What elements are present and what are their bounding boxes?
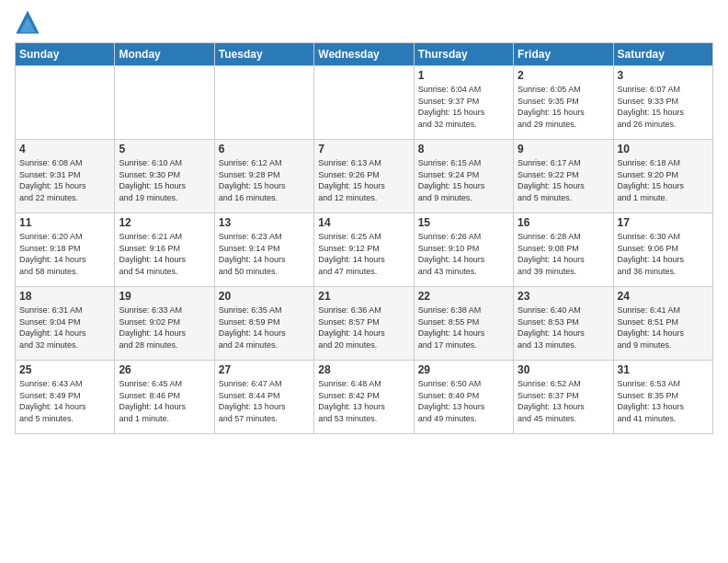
day-cell: 2Sunrise: 6:05 AM Sunset: 9:35 PM Daylig… (514, 66, 613, 140)
day-cell: 15Sunrise: 6:26 AM Sunset: 9:10 PM Dayli… (414, 213, 513, 287)
col-header-monday: Monday (115, 43, 214, 66)
day-cell: 30Sunrise: 6:52 AM Sunset: 8:37 PM Dayli… (514, 361, 613, 434)
day-number: 14 (318, 216, 409, 229)
day-number: 21 (318, 290, 409, 303)
day-number: 27 (219, 363, 310, 376)
day-cell: 29Sunrise: 6:50 AM Sunset: 8:40 PM Dayli… (414, 361, 513, 434)
day-number: 17 (618, 216, 709, 229)
week-row-1: 1Sunrise: 6:04 AM Sunset: 9:37 PM Daylig… (16, 66, 713, 140)
day-info: Sunrise: 6:52 AM Sunset: 8:37 PM Dayligh… (518, 378, 609, 424)
day-info: Sunrise: 6:13 AM Sunset: 9:26 PM Dayligh… (318, 157, 409, 203)
day-number: 25 (19, 363, 110, 376)
day-cell: 28Sunrise: 6:48 AM Sunset: 8:42 PM Dayli… (314, 361, 414, 434)
day-number: 6 (219, 143, 310, 155)
day-cell: 13Sunrise: 6:23 AM Sunset: 9:14 PM Dayli… (214, 213, 313, 287)
day-info: Sunrise: 6:04 AM Sunset: 9:37 PM Dayligh… (418, 84, 509, 130)
day-cell: 6Sunrise: 6:12 AM Sunset: 9:28 PM Daylig… (214, 140, 313, 213)
day-number: 30 (518, 363, 609, 376)
day-info: Sunrise: 6:07 AM Sunset: 9:33 PM Dayligh… (618, 84, 709, 130)
day-cell: 20Sunrise: 6:35 AM Sunset: 8:59 PM Dayli… (214, 287, 313, 361)
day-info: Sunrise: 6:33 AM Sunset: 9:02 PM Dayligh… (119, 304, 210, 350)
day-info: Sunrise: 6:45 AM Sunset: 8:46 PM Dayligh… (119, 378, 210, 424)
day-number: 11 (19, 216, 110, 229)
day-info: Sunrise: 6:21 AM Sunset: 9:16 PM Dayligh… (119, 231, 210, 277)
week-row-3: 11Sunrise: 6:20 AM Sunset: 9:18 PM Dayli… (16, 213, 713, 287)
day-cell: 7Sunrise: 6:13 AM Sunset: 9:26 PM Daylig… (314, 140, 414, 213)
day-number: 19 (119, 290, 210, 303)
day-info: Sunrise: 6:25 AM Sunset: 9:12 PM Dayligh… (318, 231, 409, 277)
day-cell: 16Sunrise: 6:28 AM Sunset: 9:08 PM Dayli… (514, 213, 613, 287)
day-cell (214, 66, 313, 140)
day-number: 29 (418, 363, 509, 376)
day-info: Sunrise: 6:17 AM Sunset: 9:22 PM Dayligh… (518, 157, 609, 203)
day-number: 2 (518, 69, 609, 82)
day-cell: 12Sunrise: 6:21 AM Sunset: 9:16 PM Dayli… (115, 213, 214, 287)
day-number: 7 (318, 143, 409, 155)
day-number: 20 (219, 290, 310, 303)
day-info: Sunrise: 6:10 AM Sunset: 9:30 PM Dayligh… (119, 157, 210, 203)
day-cell: 21Sunrise: 6:36 AM Sunset: 8:57 PM Dayli… (314, 287, 414, 361)
day-cell: 24Sunrise: 6:41 AM Sunset: 8:51 PM Dayli… (613, 287, 712, 361)
day-cell: 17Sunrise: 6:30 AM Sunset: 9:06 PM Dayli… (613, 213, 712, 287)
day-number: 5 (119, 143, 210, 155)
day-cell: 3Sunrise: 6:07 AM Sunset: 9:33 PM Daylig… (613, 66, 712, 140)
day-cell (16, 66, 115, 140)
day-info: Sunrise: 6:26 AM Sunset: 9:10 PM Dayligh… (418, 231, 509, 277)
day-info: Sunrise: 6:05 AM Sunset: 9:35 PM Dayligh… (518, 84, 609, 130)
day-cell: 4Sunrise: 6:08 AM Sunset: 9:31 PM Daylig… (16, 140, 115, 213)
day-info: Sunrise: 6:18 AM Sunset: 9:20 PM Dayligh… (618, 157, 709, 203)
day-cell: 23Sunrise: 6:40 AM Sunset: 8:53 PM Dayli… (514, 287, 613, 361)
logo-icon (15, 9, 40, 35)
day-cell: 19Sunrise: 6:33 AM Sunset: 9:02 PM Dayli… (115, 287, 214, 361)
day-info: Sunrise: 6:36 AM Sunset: 8:57 PM Dayligh… (318, 304, 409, 350)
day-cell: 8Sunrise: 6:15 AM Sunset: 9:24 PM Daylig… (414, 140, 513, 213)
week-row-4: 18Sunrise: 6:31 AM Sunset: 9:04 PM Dayli… (16, 287, 713, 361)
calendar-table: SundayMondayTuesdayWednesdayThursdayFrid… (15, 42, 713, 434)
col-header-tuesday: Tuesday (214, 43, 313, 66)
day-number: 31 (618, 363, 709, 376)
day-info: Sunrise: 6:43 AM Sunset: 8:49 PM Dayligh… (19, 378, 110, 424)
col-header-saturday: Saturday (613, 43, 712, 66)
day-number: 12 (119, 216, 210, 229)
day-number: 10 (618, 143, 709, 155)
col-header-sunday: Sunday (16, 43, 115, 66)
day-info: Sunrise: 6:41 AM Sunset: 8:51 PM Dayligh… (618, 304, 709, 350)
col-header-wednesday: Wednesday (314, 43, 414, 66)
day-info: Sunrise: 6:48 AM Sunset: 8:42 PM Dayligh… (318, 378, 409, 424)
day-number: 18 (19, 290, 110, 303)
day-number: 3 (618, 69, 709, 82)
day-number: 8 (418, 143, 509, 155)
logo (15, 9, 44, 35)
day-info: Sunrise: 6:31 AM Sunset: 9:04 PM Dayligh… (19, 304, 110, 350)
day-info: Sunrise: 6:30 AM Sunset: 9:06 PM Dayligh… (618, 231, 709, 277)
day-info: Sunrise: 6:08 AM Sunset: 9:31 PM Dayligh… (19, 157, 110, 203)
day-number: 1 (418, 69, 509, 82)
day-info: Sunrise: 6:47 AM Sunset: 8:44 PM Dayligh… (219, 378, 310, 424)
col-header-friday: Friday (514, 43, 613, 66)
day-info: Sunrise: 6:12 AM Sunset: 9:28 PM Dayligh… (219, 157, 310, 203)
day-number: 24 (618, 290, 709, 303)
day-cell: 18Sunrise: 6:31 AM Sunset: 9:04 PM Dayli… (16, 287, 115, 361)
header (15, 9, 713, 35)
day-info: Sunrise: 6:20 AM Sunset: 9:18 PM Dayligh… (19, 231, 110, 277)
page: SundayMondayTuesdayWednesdayThursdayFrid… (0, 0, 728, 443)
day-info: Sunrise: 6:40 AM Sunset: 8:53 PM Dayligh… (518, 304, 609, 350)
day-cell (314, 66, 414, 140)
day-number: 26 (119, 363, 210, 376)
day-info: Sunrise: 6:23 AM Sunset: 9:14 PM Dayligh… (219, 231, 310, 277)
day-number: 13 (219, 216, 310, 229)
day-cell (115, 66, 214, 140)
day-info: Sunrise: 6:35 AM Sunset: 8:59 PM Dayligh… (219, 304, 310, 350)
week-row-5: 25Sunrise: 6:43 AM Sunset: 8:49 PM Dayli… (16, 361, 713, 434)
header-row: SundayMondayTuesdayWednesdayThursdayFrid… (16, 43, 713, 66)
day-number: 9 (518, 143, 609, 155)
day-cell: 25Sunrise: 6:43 AM Sunset: 8:49 PM Dayli… (16, 361, 115, 434)
day-cell: 26Sunrise: 6:45 AM Sunset: 8:46 PM Dayli… (115, 361, 214, 434)
day-number: 23 (518, 290, 609, 303)
day-info: Sunrise: 6:53 AM Sunset: 8:35 PM Dayligh… (618, 378, 709, 424)
day-info: Sunrise: 6:15 AM Sunset: 9:24 PM Dayligh… (418, 157, 509, 203)
day-number: 15 (418, 216, 509, 229)
day-cell: 10Sunrise: 6:18 AM Sunset: 9:20 PM Dayli… (613, 140, 712, 213)
day-info: Sunrise: 6:38 AM Sunset: 8:55 PM Dayligh… (418, 304, 509, 350)
day-cell: 22Sunrise: 6:38 AM Sunset: 8:55 PM Dayli… (414, 287, 513, 361)
